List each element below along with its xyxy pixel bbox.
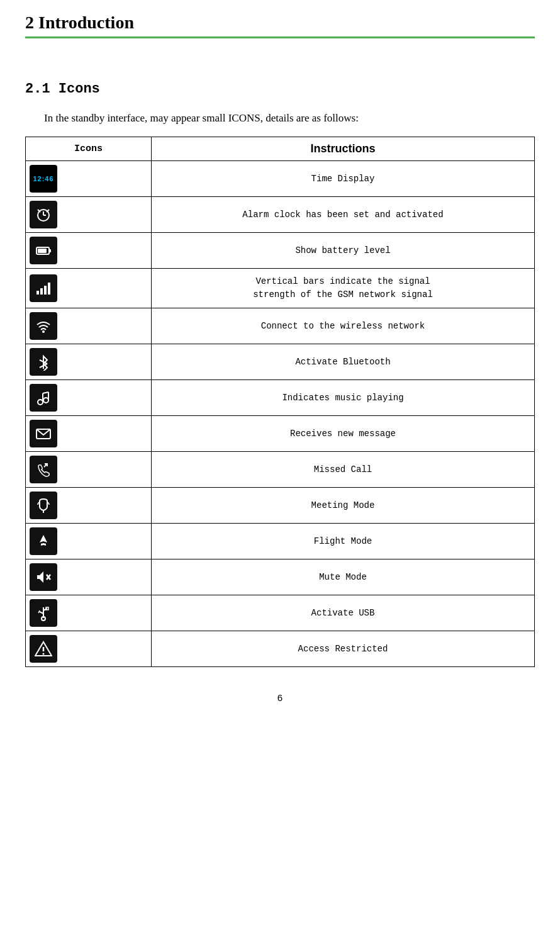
icon-cell-wifi: [26, 308, 152, 344]
meeting-icon: [30, 492, 57, 519]
svg-line-30: [38, 610, 40, 613]
instruction-cell-music: Indicates music playing: [152, 380, 535, 416]
message-icon: [30, 420, 57, 447]
wifi-icon: [30, 312, 57, 340]
alarm-icon: [30, 201, 57, 228]
page-heading: 2 Introduction: [25, 13, 535, 38]
col-icons-header: Icons: [26, 137, 152, 161]
battery-icon: [30, 237, 57, 264]
table-row: 12:46Time Display: [26, 161, 535, 197]
instruction-cell-wifi: Connect to the wireless network: [152, 308, 535, 344]
icon-cell-mute: [26, 559, 152, 595]
table-row: Connect to the wireless network: [26, 308, 535, 344]
time-icon: 12:46: [30, 165, 57, 193]
icon-cell-battery: [26, 233, 152, 269]
instruction-cell-time: Time Display: [152, 161, 535, 197]
instruction-cell-flight: Flight Mode: [152, 524, 535, 559]
table-row: Access Restricted: [26, 631, 535, 667]
table-row: Alarm clock has been set and activated: [26, 197, 535, 233]
instruction-cell-missed-call: Missed Call: [152, 452, 535, 488]
svg-rect-6: [49, 249, 51, 252]
svg-rect-8: [36, 291, 39, 295]
icon-cell-missed-call: [26, 452, 152, 488]
svg-point-33: [43, 653, 45, 655]
svg-rect-9: [40, 288, 43, 295]
flight-icon: [30, 527, 57, 555]
instruction-cell-restricted: Access Restricted: [152, 631, 535, 667]
icon-cell-meeting: [26, 488, 152, 524]
instruction-cell-message: Receives new message: [152, 416, 535, 452]
icon-cell-alarm: [26, 197, 152, 233]
icon-cell-music: [26, 380, 152, 416]
svg-rect-7: [38, 249, 47, 253]
svg-point-12: [42, 330, 45, 333]
icon-cell-usb: [26, 595, 152, 631]
instruction-cell-mute: Mute Mode: [152, 559, 535, 595]
table-row: Mute Mode: [26, 559, 535, 595]
table-row: Activate USB: [26, 595, 535, 631]
icon-cell-message: [26, 416, 152, 452]
instruction-cell-alarm: Alarm clock has been set and activated: [152, 197, 535, 233]
instruction-cell-battery: Show battery level: [152, 233, 535, 269]
table-row: Activate Bluetooth: [26, 344, 535, 380]
instruction-cell-usb: Activate USB: [152, 595, 535, 631]
instruction-cell-bluetooth: Activate Bluetooth: [152, 344, 535, 380]
table-row: Missed Call: [26, 452, 535, 488]
page-number: 6: [25, 692, 535, 703]
svg-point-26: [42, 617, 45, 621]
icons-table: Icons Instructions 12:46Time DisplayAlar…: [25, 137, 535, 667]
instruction-cell-signal: Vertical bars indicate the signalstrengt…: [152, 269, 535, 308]
icon-cell-flight: [26, 524, 152, 559]
intro-text: In the standby interface, may appear sma…: [44, 110, 535, 126]
icon-cell-signal: [26, 269, 152, 308]
table-row: Receives new message: [26, 416, 535, 452]
icon-cell-restricted: [26, 631, 152, 667]
section-title: 2.1 Icons: [25, 81, 535, 97]
icon-cell-time: 12:46: [26, 161, 152, 197]
svg-line-4: [47, 210, 49, 212]
restricted-icon: [30, 635, 57, 663]
table-row: Indicates music playing: [26, 380, 535, 416]
table-row: Flight Mode: [26, 524, 535, 559]
svg-line-3: [38, 210, 40, 212]
svg-point-15: [38, 400, 43, 405]
missed-call-icon: [30, 456, 57, 483]
mute-icon: [30, 563, 57, 591]
table-row: Meeting Mode: [26, 488, 535, 524]
icon-cell-bluetooth: [26, 344, 152, 380]
instruction-cell-meeting: Meeting Mode: [152, 488, 535, 524]
svg-line-17: [43, 392, 48, 393]
bluetooth-icon: [30, 348, 57, 376]
usb-icon: [30, 599, 57, 627]
signal-icon: [30, 274, 57, 302]
col-instructions-header: Instructions: [152, 137, 535, 161]
music-icon: [30, 384, 57, 412]
svg-rect-10: [44, 286, 47, 295]
table-row: Vertical bars indicate the signalstrengt…: [26, 269, 535, 308]
svg-point-19: [43, 398, 48, 403]
svg-rect-11: [48, 283, 50, 295]
table-row: Show battery level: [26, 233, 535, 269]
